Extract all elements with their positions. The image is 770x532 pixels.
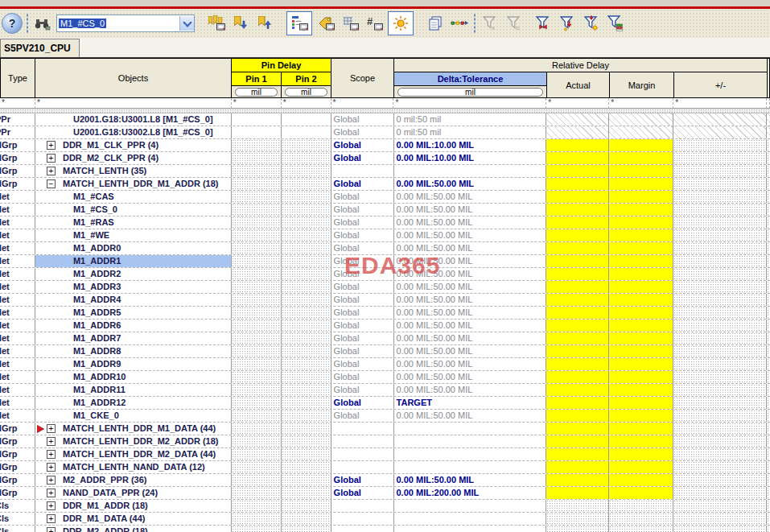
- table-row[interactable]: NGrp +NAND_DATA_PPR (24) Global 0.00 MIL…: [0, 487, 770, 500]
- filter-cell[interactable]: *: [393, 98, 546, 109]
- cell-objects[interactable]: +DDR_M1_CLK_PPR (4): [35, 139, 232, 151]
- cell-delta-tolerance[interactable]: 0.00 MIL:50.00 MIL: [394, 307, 547, 319]
- cell-pin2[interactable]: [282, 191, 331, 203]
- cell-pin2[interactable]: [282, 126, 331, 138]
- cell-pin2[interactable]: [282, 152, 331, 164]
- cell-plus-minus[interactable]: [673, 126, 767, 138]
- cell-pin1[interactable]: [232, 152, 282, 164]
- table-row[interactable]: NGrp +DDR_M2_CLK_PPR (4) Global 0.00 MIL…: [0, 152, 770, 165]
- cell-pin1[interactable]: [232, 165, 282, 177]
- cell-pin2[interactable]: [282, 397, 331, 409]
- filter-sun-icon[interactable]: [581, 13, 602, 34]
- cell-scope[interactable]: Global: [331, 294, 394, 306]
- cell-objects[interactable]: U2001.G18:U3002.L8 [M1_#CS_0]: [35, 126, 232, 138]
- cell-objects[interactable]: +MATCH_LENTH_DDR_M1_DATA (44): [35, 423, 232, 435]
- cell-actual[interactable]: [546, 268, 609, 280]
- delta-unit-button[interactable]: mil: [397, 88, 543, 97]
- cell-pin1[interactable]: [232, 345, 282, 357]
- cell-type[interactable]: Cls: [0, 513, 35, 525]
- cell-type[interactable]: NGrp: [0, 165, 35, 177]
- table-row[interactable]: Cls +DDR_M2_ADDR (18): [0, 526, 770, 532]
- cell-plus-minus[interactable]: [673, 139, 767, 151]
- cell-plus-minus[interactable]: [673, 410, 767, 422]
- filter-clear-icon[interactable]: [557, 13, 578, 34]
- cell-delta-tolerance[interactable]: 0.00 MIL:50.00 MIL: [394, 410, 547, 422]
- cell-pin1[interactable]: [232, 332, 282, 344]
- table-row[interactable]: Net M1_ADDR8 Global 0.00 MIL:50.00 MIL: [0, 345, 770, 358]
- cell-actual[interactable]: [546, 139, 609, 151]
- cell-type[interactable]: NGrp: [0, 474, 35, 486]
- cell-type[interactable]: NGrp: [0, 152, 35, 164]
- cell-type[interactable]: Net: [0, 268, 35, 280]
- cell-margin[interactable]: [609, 384, 673, 396]
- table-row[interactable]: NGrp +DDR_M1_CLK_PPR (4) Global 0.00 MIL…: [0, 139, 770, 152]
- cell-pin2[interactable]: [282, 448, 331, 460]
- cell-objects[interactable]: M1_ADDR8: [35, 345, 232, 357]
- cell-objects[interactable]: M1_#CAS: [35, 191, 232, 203]
- cell-actual[interactable]: [546, 113, 609, 126]
- expand-icon[interactable]: +: [47, 154, 56, 163]
- cell-margin[interactable]: [609, 410, 673, 422]
- cell-scope[interactable]: Global: [331, 204, 394, 216]
- cell-scope[interactable]: [331, 513, 394, 525]
- cell-type[interactable]: NGrp: [0, 448, 35, 460]
- filter-cell[interactable]: *: [282, 98, 331, 109]
- cell-pin2[interactable]: [282, 435, 331, 447]
- cell-scope[interactable]: Global: [331, 217, 394, 229]
- expand-icon[interactable]: +: [47, 424, 56, 433]
- cell-plus-minus[interactable]: [673, 384, 767, 396]
- cell-scope[interactable]: [331, 461, 394, 473]
- table-row[interactable]: Net M1_ADDR3 Global 0.00 MIL:50.00 MIL: [0, 281, 770, 294]
- cell-type[interactable]: Net: [0, 384, 35, 396]
- cell-plus-minus[interactable]: [673, 217, 767, 229]
- filter-cell[interactable]: *: [546, 98, 609, 109]
- cell-pin1[interactable]: [232, 474, 282, 486]
- cell-delta-tolerance[interactable]: 0.00 MIL:50.00 MIL: [394, 294, 547, 306]
- cell-margin[interactable]: [609, 242, 673, 254]
- cell-delta-tolerance[interactable]: [394, 435, 547, 447]
- cell-plus-minus[interactable]: [673, 255, 767, 267]
- cell-actual[interactable]: [546, 126, 609, 138]
- cell-actual[interactable]: [546, 242, 609, 254]
- cell-objects[interactable]: M1_#WE: [35, 229, 232, 241]
- find-net-icon[interactable]: [32, 13, 53, 34]
- cell-actual[interactable]: [546, 152, 609, 164]
- cell-type[interactable]: Net: [0, 204, 35, 216]
- cell-pin2[interactable]: [282, 474, 331, 486]
- cell-margin[interactable]: [609, 165, 673, 177]
- cell-plus-minus[interactable]: [673, 191, 767, 203]
- header-objects[interactable]: Objects: [35, 58, 232, 98]
- cell-scope[interactable]: Global: [331, 384, 394, 396]
- cell-pin1[interactable]: [232, 191, 282, 203]
- cell-margin[interactable]: [609, 204, 673, 216]
- cell-delta-tolerance[interactable]: 0.00 MIL:10.00 MIL: [394, 139, 547, 151]
- cell-objects[interactable]: +MATCH_LENTH_DDR_M2_ADDR (18): [35, 435, 232, 447]
- cell-delta-tolerance[interactable]: 0.00 MIL:50.00 MIL: [394, 474, 547, 486]
- cell-margin[interactable]: [609, 113, 673, 126]
- cell-type[interactable]: NGrp: [0, 423, 35, 435]
- cell-delta-tolerance[interactable]: [394, 500, 547, 512]
- cell-objects[interactable]: M1_ADDR7: [35, 332, 232, 344]
- filter-cell[interactable]: *: [0, 98, 35, 109]
- cell-plus-minus[interactable]: [673, 229, 767, 241]
- cell-pin2[interactable]: [282, 371, 331, 383]
- header-margin[interactable]: Margin: [609, 72, 674, 98]
- cell-plus-minus[interactable]: [673, 320, 767, 332]
- cell-pin1[interactable]: [232, 229, 282, 241]
- cell-pin2[interactable]: [282, 217, 331, 229]
- cell-plus-minus[interactable]: [673, 474, 767, 486]
- filter-layers-icon[interactable]: [605, 13, 626, 34]
- cell-margin[interactable]: [609, 423, 673, 435]
- cell-type[interactable]: NGrp: [0, 461, 35, 473]
- cell-scope[interactable]: [331, 526, 394, 532]
- cell-type[interactable]: PPr: [0, 113, 35, 126]
- cell-scope[interactable]: Global: [331, 126, 394, 138]
- cell-pin2[interactable]: [282, 178, 331, 190]
- cell-scope[interactable]: Global: [331, 345, 394, 357]
- cell-delta-tolerance[interactable]: 0.00 MIL:50.00 MIL: [394, 320, 547, 332]
- cell-pin2[interactable]: [282, 268, 331, 280]
- cell-scope[interactable]: [331, 165, 394, 177]
- cell-pin2[interactable]: [282, 281, 331, 293]
- cell-delta-tolerance[interactable]: 0.00 MIL:50.00 MIL: [394, 345, 547, 357]
- cell-objects[interactable]: +MATCH_LENTH (35): [35, 165, 232, 177]
